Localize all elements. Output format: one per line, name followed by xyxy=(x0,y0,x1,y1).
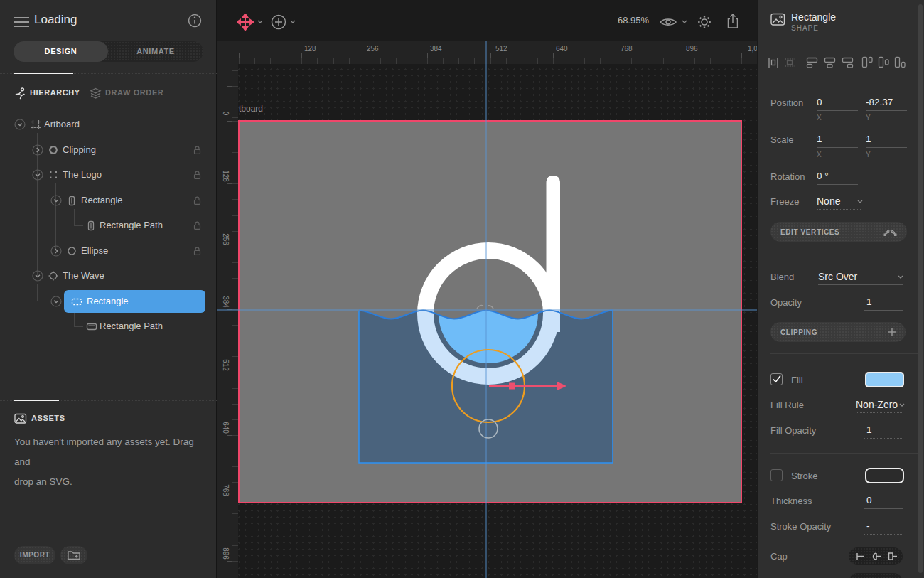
align-center-horizontal-icon[interactable] xyxy=(824,57,836,68)
opacity-label: Opacity xyxy=(770,297,802,308)
cap-round-icon[interactable] xyxy=(871,552,882,561)
edit-vertices-button[interactable]: EDIT VERTICES xyxy=(770,222,907,242)
chevron-down-icon[interactable] xyxy=(290,20,296,24)
tree-row-the-wave[interactable]: The Wave xyxy=(0,264,217,287)
create-tool-icon[interactable] xyxy=(271,14,286,30)
collapse-chevron-icon[interactable] xyxy=(32,144,43,156)
canvas-area[interactable]: 68.95% 128 256 384 512 640 768 896 1,02 … xyxy=(217,0,757,578)
scale-y-field[interactable]: 1 xyxy=(866,132,907,148)
expand-chevron-icon[interactable] xyxy=(50,195,62,206)
tree-label: Rectangle Path xyxy=(100,321,163,331)
collapse-chevron-icon[interactable] xyxy=(50,245,62,257)
scrollbar-thumb[interactable] xyxy=(918,4,923,573)
tab-animate[interactable]: ANIMATE xyxy=(108,41,203,62)
distribute-vertical-icon[interactable] xyxy=(768,57,779,68)
clipping-button[interactable]: CLIPPING xyxy=(770,322,906,342)
axis-y-label: Y xyxy=(866,114,871,122)
cap-butt-icon[interactable] xyxy=(854,552,866,561)
tree-label: The Logo xyxy=(63,169,102,180)
tab-design[interactable]: DESIGN xyxy=(14,41,108,62)
scale-x-field[interactable]: 1 xyxy=(817,132,858,148)
export-icon[interactable] xyxy=(726,13,740,29)
selection-highlight xyxy=(64,290,205,313)
fill-checkbox[interactable] xyxy=(770,373,783,385)
assets-title[interactable]: ASSETS xyxy=(31,414,65,422)
active-tab-underline xyxy=(14,73,73,74)
tree-row-rectangle-path[interactable]: Rectangle Path xyxy=(0,315,217,338)
image-icon xyxy=(14,413,27,424)
lock-icon[interactable] xyxy=(193,170,202,180)
zoom-level[interactable]: 68.95% xyxy=(584,15,649,26)
align-middle-vertical-icon[interactable] xyxy=(878,56,890,68)
position-x-field[interactable]: 0 xyxy=(817,95,858,111)
rotation-label: Rotation xyxy=(770,171,805,182)
hierarchy-tree: Artboard Clipping The Logo xyxy=(0,112,217,341)
tab-hierarchy[interactable]: HIERARCHY xyxy=(30,88,80,97)
join-options-partial xyxy=(849,573,903,578)
tree-row-rectangle-path[interactable]: Rectangle Path xyxy=(0,214,217,237)
tab-draw-order[interactable]: DRAW ORDER xyxy=(105,88,163,97)
panel-tabs: HIERARCHY DRAW ORDER xyxy=(0,85,216,102)
lock-icon[interactable] xyxy=(193,196,202,205)
project-title: Loading xyxy=(34,13,77,27)
tree-row-rectangle-selected[interactable]: Rectangle xyxy=(0,290,217,313)
blend-label: Blend xyxy=(770,272,794,282)
mode-tabs: DESIGN ANIMATE xyxy=(14,41,203,62)
fill-label: Fill xyxy=(791,375,803,385)
artboard-label[interactable]: tboard xyxy=(239,104,263,114)
align-right-icon[interactable] xyxy=(842,57,854,68)
axis-y-label: Y xyxy=(866,151,871,159)
import-button[interactable]: IMPORT xyxy=(14,546,55,564)
stroke-color-swatch[interactable] xyxy=(865,468,904,483)
tree-row-the-logo[interactable]: The Logo xyxy=(0,164,217,186)
tree-row-ellipse[interactable]: Ellipse xyxy=(0,240,217,262)
expand-chevron-icon[interactable] xyxy=(14,119,26,130)
opacity-field[interactable]: 1 xyxy=(864,295,903,311)
hierarchy-icon xyxy=(14,87,26,100)
align-top-icon[interactable] xyxy=(861,56,874,68)
expand-chevron-icon[interactable] xyxy=(32,169,43,181)
add-folder-button[interactable] xyxy=(60,546,87,564)
expand-chevron-icon[interactable] xyxy=(50,296,62,307)
tree-label: Rectangle xyxy=(81,195,123,205)
cap-square-icon[interactable] xyxy=(887,552,898,561)
ruler-tick-label: 384 xyxy=(222,291,230,313)
tree-row-rectangle[interactable]: Rectangle xyxy=(0,189,217,212)
position-label: Position xyxy=(770,97,803,108)
chevron-down-icon xyxy=(898,275,903,279)
menu-icon[interactable] xyxy=(14,16,29,28)
blend-dropdown[interactable]: Src Over xyxy=(818,269,903,285)
stroke-opacity-field[interactable]: - xyxy=(864,519,903,535)
tree-row-artboard[interactable]: Artboard xyxy=(0,113,217,136)
move-tool-icon[interactable] xyxy=(237,14,254,31)
ruler-horizontal[interactable] xyxy=(217,41,757,64)
chevron-down-icon[interactable] xyxy=(257,20,263,24)
ruler-tick-label: 512 xyxy=(222,355,230,376)
fill-color-swatch[interactable] xyxy=(865,372,904,387)
info-icon[interactable] xyxy=(188,14,202,28)
sidebar-header: Loading xyxy=(0,10,216,36)
distribute-horizontal-icon[interactable] xyxy=(784,57,795,68)
visibility-icon[interactable] xyxy=(659,16,677,28)
shape-icon xyxy=(770,13,785,26)
expand-chevron-icon[interactable] xyxy=(32,270,43,282)
fill-rule-dropdown[interactable]: Non-Zero xyxy=(856,397,903,413)
lock-icon[interactable] xyxy=(193,220,202,230)
fill-opacity-field[interactable]: 1 xyxy=(864,423,903,439)
tree-row-clipping[interactable]: Clipping xyxy=(0,139,217,161)
align-left-icon[interactable] xyxy=(806,57,818,68)
align-bottom-icon[interactable] xyxy=(894,56,906,68)
ruler-tick-label: 512 xyxy=(495,45,507,53)
ruler-tick-label: 384 xyxy=(430,45,442,53)
ellipse-icon xyxy=(48,145,58,155)
app-window: Loading DESIGN ANIMATE HIERARCHY DRAW OR… xyxy=(0,0,924,578)
position-y-field[interactable]: -82.37 xyxy=(866,95,907,111)
stroke-checkbox[interactable] xyxy=(770,469,783,481)
rotation-field[interactable]: 0 ° xyxy=(817,169,858,185)
chevron-down-icon[interactable] xyxy=(682,20,687,24)
lock-icon[interactable] xyxy=(193,246,202,256)
settings-gear-icon[interactable] xyxy=(697,14,712,30)
lock-icon[interactable] xyxy=(193,145,202,155)
freeze-dropdown[interactable]: None xyxy=(817,194,861,210)
thickness-field[interactable]: 0 xyxy=(864,493,903,509)
